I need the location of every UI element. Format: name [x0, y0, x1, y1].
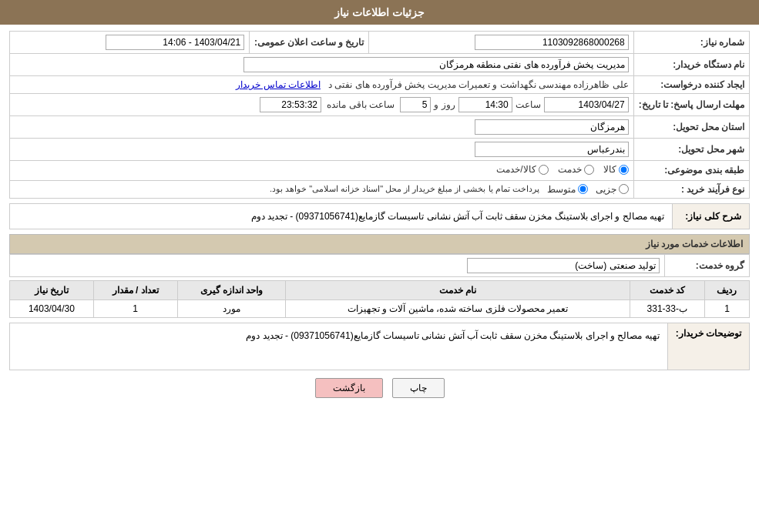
page-container: جزئیات اطلاعات نیاز شماره نیاز: تاریخ و … [0, 0, 759, 532]
table-row: 1 ب-33-331 تعمیر محصولات فلزی ساخته شده،… [10, 299, 750, 317]
city-value [10, 139, 634, 161]
category-radio-kala[interactable]: کالا [603, 164, 629, 175]
info-table: شماره نیاز: تاریخ و ساعت اعلان عمومی: نا… [9, 31, 750, 199]
table-row: شهر محل تحویل: [10, 139, 750, 161]
print-button[interactable]: چاپ [392, 378, 445, 398]
category-label: طبقه بندی موضوعی: [633, 161, 749, 181]
col-unit: واحد اندازه گیری [177, 280, 286, 299]
city-input[interactable] [475, 142, 629, 157]
table-row: نام دستگاه خریدار: [10, 54, 750, 76]
back-button[interactable]: بازگشت [315, 378, 383, 398]
col-date: تاریخ نیاز [10, 280, 94, 299]
table-row: گروه خدمت: [10, 254, 750, 276]
group-value [10, 254, 665, 276]
service-table: ردیف کد خدمت نام خدمت واحد اندازه گیری ت… [9, 280, 750, 318]
process-label-motavasset: متوسط [547, 184, 576, 195]
deadline-remaining-input[interactable] [260, 97, 321, 112]
table-row: شماره نیاز: تاریخ و ساعت اعلان عمومی: [10, 32, 750, 54]
creator-label: ایجاد کننده درخواست: [633, 76, 749, 94]
col-qty: تعداد / مقدار [93, 280, 177, 299]
table-row: مهلت ارسال پاسخ: تا تاریخ: ساعت روز و سا… [10, 94, 750, 116]
process-value: جزیی متوسط پرداخت تمام یا بخشی از مبلغ خ… [10, 180, 634, 198]
buyer-org-input[interactable] [243, 57, 629, 72]
deadline-date-input[interactable] [544, 97, 629, 112]
category-label-both: کالا/خدمت [496, 164, 536, 175]
creator-text: علی ظاهرزاده مهندسی نگهداشت و تعمیرات مد… [328, 79, 629, 90]
deadline-days-label: روز و [434, 99, 455, 110]
button-bar: چاپ بازگشت [9, 378, 750, 406]
col-code: کد خدمت [630, 280, 704, 299]
process-label-jozi: جزیی [596, 184, 616, 195]
category-radio-khedmat[interactable]: خدمت [558, 164, 594, 175]
creator-link[interactable]: اطلاعات تماس خریدار [236, 79, 321, 90]
province-label: استان محل تحویل: [633, 116, 749, 139]
col-row: ردیف [704, 280, 749, 299]
cell-date: 1403/04/30 [10, 299, 94, 317]
province-value [10, 116, 634, 139]
group-input[interactable] [467, 258, 660, 273]
deadline-value: ساعت روز و ساعت باقی مانده [10, 94, 634, 116]
province-input[interactable] [475, 119, 629, 135]
cell-name: تعمیر محصولات فلزی ساخته شده، ماشین آلات… [286, 299, 630, 317]
cell-row: 1 [704, 299, 749, 317]
table-row: طبقه بندی موضوعی: کالا خدمت [10, 161, 750, 181]
table-row: استان محل تحویل: [10, 116, 750, 139]
buyer-org-label: نام دستگاه خریدار: [633, 54, 749, 76]
need-description-section: شرح کلی نیاز: تهیه مصالح و اجرای بلاستین… [9, 203, 750, 229]
category-label-kala: کالا [603, 164, 616, 175]
group-label: گروه خدمت: [665, 254, 750, 276]
request-number-label: شماره نیاز: [633, 32, 749, 54]
need-description-text: تهیه مصالح و اجرای بلاستینگ مخزن سقف ثاب… [10, 204, 672, 229]
buyer-desc-label: توضیحات خریدار: [667, 323, 749, 370]
buyer-desc-text: تهیه مصالح و اجرای بلاستینگ مخزن سقف ثاب… [10, 323, 667, 370]
process-radio-motavasset[interactable]: متوسط [547, 184, 588, 195]
request-number-value [369, 32, 633, 54]
announce-date-label: تاریخ و ساعت اعلان عمومی: [250, 32, 369, 54]
service-info-header: اطلاعات خدمات مورد نیاز [9, 234, 750, 254]
request-number-input[interactable] [475, 35, 629, 50]
creator-value: علی ظاهرزاده مهندسی نگهداشت و تعمیرات مد… [10, 76, 634, 94]
process-label: نوع فرآیند خرید : [633, 180, 749, 198]
table-header-row: ردیف کد خدمت نام خدمت واحد اندازه گیری ت… [10, 280, 750, 299]
service-group-table: گروه خدمت: [9, 254, 750, 277]
need-description-label: شرح کلی نیاز: [672, 204, 749, 229]
process-radio-motavasset-input[interactable] [578, 184, 588, 194]
deadline-label: مهلت ارسال پاسخ: تا تاریخ: [633, 94, 749, 116]
table-row: نوع فرآیند خرید : جزیی متوسط پرداخت تمام… [10, 180, 750, 198]
buyer-org-value [10, 54, 634, 76]
category-radio-group: کالا خدمت کالا/خدمت [496, 164, 628, 175]
cell-code: ب-33-331 [630, 299, 704, 317]
category-radio-kala-input[interactable] [619, 165, 629, 175]
process-note: پرداخت تمام یا بخشی از مبلغ خریدار از مح… [270, 184, 539, 194]
category-radio-both[interactable]: کالا/خدمت [496, 164, 548, 175]
deadline-remaining-label: ساعت باقی مانده [324, 99, 397, 110]
deadline-row: ساعت روز و ساعت باقی مانده [15, 97, 629, 112]
category-radio-khedmat-input[interactable] [584, 165, 594, 175]
announce-date-input[interactable] [106, 35, 244, 50]
content-area: شماره نیاز: تاریخ و ساعت اعلان عمومی: نا… [0, 25, 759, 412]
city-label: شهر محل تحویل: [633, 139, 749, 161]
buyer-desc-section: توضیحات خریدار: تهیه مصالح و اجرای بلاست… [9, 323, 750, 370]
category-value: کالا خدمت کالا/خدمت [10, 161, 634, 181]
deadline-time-label: ساعت [516, 99, 541, 110]
col-name: نام خدمت [286, 280, 630, 299]
category-radio-both-input[interactable] [539, 165, 549, 175]
deadline-time-input[interactable] [458, 97, 512, 112]
process-radio-jozi[interactable]: جزیی [596, 184, 629, 195]
process-row: جزیی متوسط پرداخت تمام یا بخشی از مبلغ خ… [15, 184, 629, 195]
cell-unit: مورد [177, 299, 286, 317]
announce-date-value [10, 32, 250, 54]
cell-qty: 1 [93, 299, 177, 317]
page-title: جزئیات اطلاعات نیاز [334, 6, 425, 18]
process-radio-jozi-input[interactable] [619, 184, 629, 194]
deadline-days-input[interactable] [400, 97, 431, 112]
page-header: جزئیات اطلاعات نیاز [0, 0, 759, 25]
category-label-khedmat: خدمت [558, 164, 582, 175]
table-row: ایجاد کننده درخواست: علی ظاهرزاده مهندسی… [10, 76, 750, 94]
